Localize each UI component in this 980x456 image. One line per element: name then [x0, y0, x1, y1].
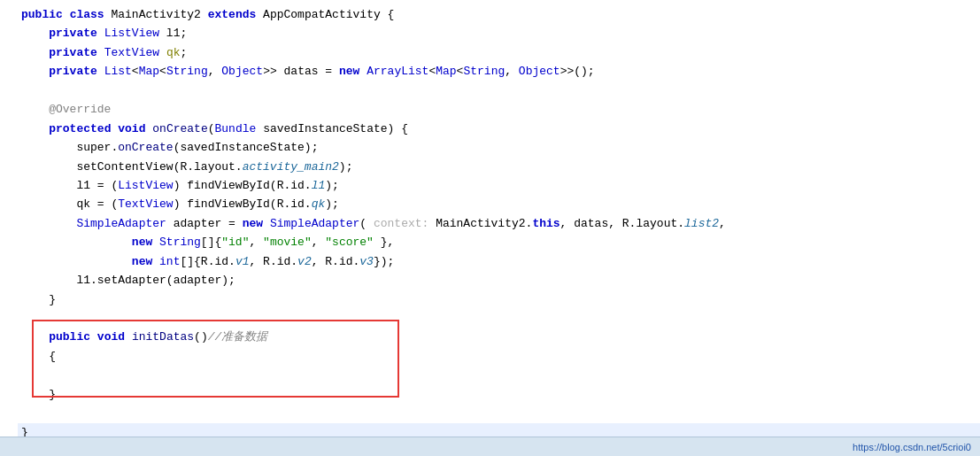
token-plain: });	[374, 252, 394, 271]
token-method: onCreate	[118, 138, 173, 157]
token-kw: void	[97, 328, 125, 346]
line: private List<Map<String, Object>> datas …	[18, 62, 980, 81]
token-plain: ,	[719, 214, 726, 233]
line: l1.setAdapter(adapter);	[18, 271, 980, 290]
token-plain: ;	[180, 43, 187, 62]
token-plain	[152, 252, 159, 271]
token-method: onCreate	[152, 120, 207, 138]
token-plain: }	[21, 385, 56, 404]
token-plain: super.	[21, 138, 118, 157]
line-content: l1.setAdapter(adapter);	[21, 271, 235, 290]
token-plain: >>();	[560, 62, 602, 81]
token-type: TextView	[118, 195, 173, 213]
line: @Override	[18, 100, 980, 119]
token-plain	[63, 5, 70, 24]
token-plain	[21, 24, 49, 43]
token-plain	[90, 328, 97, 346]
token-italic-blue: v2	[297, 252, 312, 271]
line: }	[18, 290, 980, 309]
token-type: TextView	[104, 43, 159, 62]
token-type: List	[104, 62, 132, 81]
line	[18, 81, 980, 100]
token-italic-blue: activity_main2	[243, 158, 339, 176]
token-plain: }	[21, 290, 56, 309]
line: setContentView(R.layout.activity_main2);	[18, 158, 980, 176]
token-string: "movie"	[263, 233, 312, 251]
line-content: {	[21, 347, 56, 366]
line: super.onCreate(savedInstanceState);	[18, 138, 980, 157]
line: {	[18, 347, 980, 366]
token-plain: []{R.id.	[180, 252, 235, 271]
line-content: new int[]{R.id.v1, R.id.v2, R.id.v3});	[21, 252, 394, 271]
line-content: super.onCreate(savedInstanceState);	[21, 138, 318, 157]
token-plain: ()	[194, 328, 208, 346]
token-plain: datas	[284, 62, 319, 81]
line-content: private ListView l1;	[21, 24, 187, 43]
line: }	[18, 385, 980, 404]
line-content: private TextView qk;	[21, 43, 187, 62]
line: l1 = (ListView) findViewById(R.id.l1);	[18, 176, 980, 195]
line-content: l1 = (ListView) findViewById(R.id.l1);	[21, 176, 339, 195]
token-plain	[21, 120, 49, 138]
token-plain: ,	[312, 233, 326, 251]
token-classname: AppCompatActivity	[263, 5, 381, 24]
token-kw: new	[243, 214, 263, 233]
token-plain	[359, 62, 367, 81]
token-type: Object	[519, 62, 560, 81]
token-plain: )	[174, 195, 188, 213]
token-plain	[21, 328, 49, 346]
token-italic-blue: v3	[359, 252, 374, 271]
token-plain: , R.id.	[312, 252, 360, 271]
line-content	[21, 81, 28, 100]
token-plain: <	[428, 62, 436, 81]
token-type: ListView	[118, 176, 173, 195]
line-content: SimpleAdapter adapter = new SimpleAdapte…	[21, 214, 726, 233]
token-classname: MainActivity2	[436, 214, 525, 233]
token-plain: (	[208, 120, 215, 138]
token-kw: new	[339, 62, 359, 81]
token-plain: l1.setAdapter(adapter);	[21, 271, 235, 290]
line: SimpleAdapter adapter = new SimpleAdapte…	[18, 214, 980, 233]
token-plain: <	[159, 62, 166, 81]
token-kw: protected	[49, 120, 111, 138]
token-plain: findViewById(R.id.	[187, 176, 311, 195]
token-type: SimpleAdapter	[76, 214, 166, 233]
token-plain	[428, 214, 436, 233]
token-type: Map	[436, 62, 456, 81]
line: private TextView qk;	[18, 43, 980, 62]
token-plain: setContentView(R.layout.	[21, 158, 243, 176]
token-type: ArrayList	[367, 62, 428, 81]
token-plain: },	[374, 233, 394, 251]
token-kw: private	[49, 24, 97, 43]
token-param: qk	[166, 43, 181, 62]
line: public class MainActivity2 extends AppCo…	[18, 5, 980, 24]
code-area: public class MainActivity2 extends AppCo…	[0, 0, 980, 447]
line: new int[]{R.id.v1, R.id.v2, R.id.v3});	[18, 252, 980, 271]
token-plain: );	[325, 195, 339, 213]
token-plain: l1;	[159, 24, 187, 43]
line	[18, 404, 980, 422]
token-italic-blue: list2	[684, 214, 719, 233]
line	[18, 366, 980, 384]
token-plain	[125, 328, 132, 346]
line-content: }	[21, 290, 56, 309]
token-type: Map	[139, 62, 159, 81]
token-plain	[21, 62, 49, 81]
token-string: "score"	[325, 233, 374, 251]
token-method: initDatas	[132, 328, 194, 346]
token-plain: adapter =	[166, 214, 243, 233]
token-plain: .	[526, 214, 533, 233]
token-kw: public	[49, 328, 90, 346]
token-plain: , datas, R.layout.	[560, 214, 684, 233]
token-plain: <	[457, 62, 464, 81]
line-content: public class MainActivity2 extends AppCo…	[21, 5, 394, 24]
token-italic-blue: v1	[235, 252, 250, 271]
line-content: public void initDatas()//准备数据	[21, 328, 267, 346]
token-kw: public	[21, 5, 63, 24]
line-content: setContentView(R.layout.activity_main2);	[21, 158, 352, 176]
token-plain: (savedInstanceState);	[174, 138, 319, 157]
token-plain	[97, 43, 104, 62]
token-hint-gray: context:	[374, 214, 428, 233]
line: private ListView l1;	[18, 24, 980, 43]
token-plain: ,	[208, 62, 222, 81]
